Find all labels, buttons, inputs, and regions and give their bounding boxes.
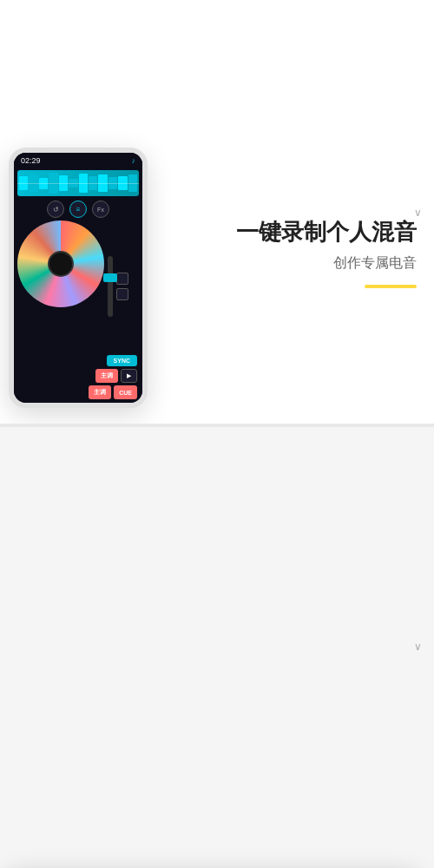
phone-time: 02:29 [21,156,41,165]
phone-bottom-buttons: SYNC 主调 ▶ 主调 CUE [14,352,142,403]
phone-dj-ui: 02:29 ♪ [14,153,142,403]
key-button-2[interactable]: 主调 [89,385,111,399]
eq-ctrl[interactable]: ≡ [69,201,87,218]
waveform-bars [17,170,139,196]
sync-button[interactable]: SYNC [107,355,137,366]
sub-title: 创作专属电音 [236,254,417,273]
play-button[interactable]: ▶ [121,369,137,383]
yellow-line [365,285,417,288]
loop-ctrl[interactable]: ↺ [47,201,64,218]
fader-track[interactable] [108,256,113,317]
key-button-1[interactable]: 主调 [95,369,118,383]
btn-row-2: 主调 ▶ [19,369,137,383]
right-controls [116,220,128,352]
phone-waveform [17,170,139,196]
phone-controls-row: ↺ ≡ Fx [14,198,142,220]
turntable-center [48,251,74,277]
phone-main-area [14,220,142,352]
phone-header: 02:29 ♪ [14,153,142,168]
phone-header-icons: ♪ [132,156,136,165]
small-sq-1[interactable] [116,273,128,285]
text-area-top: 一键录制个人混音 创作专属电音 [236,217,417,288]
turntable[interactable] [17,220,104,307]
phone-mockup: 02:29 ♪ [9,148,148,408]
btn-row-3: 主调 CUE [19,385,137,399]
fader-area [108,220,113,352]
section-top: 一键录制个人混音 创作专属电音 02:29 ♪ [0,0,434,425]
chevron-down-icon-bottom[interactable]: ∨ [414,641,422,653]
turntable-container [17,220,104,307]
small-sq-2[interactable] [116,288,128,300]
btn-row-1: SYNC [19,355,137,366]
fader-thumb[interactable] [103,273,117,282]
cue-button[interactable]: CUE [114,385,137,399]
section-divider [0,424,434,427]
music-icon: ♪ [132,156,136,165]
main-title: 一键录制个人混音 [236,217,417,247]
fx-ctrl[interactable]: Fx [92,201,109,218]
section-bottom: 03:41 ♡ Disco Heart 02:29 ♪ [0,425,434,868]
